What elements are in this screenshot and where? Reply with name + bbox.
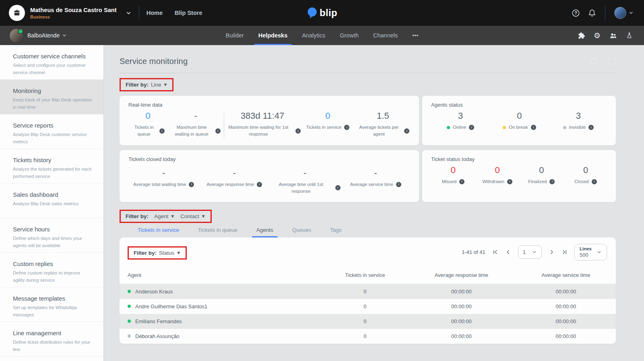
info-icon[interactable]: i xyxy=(592,179,597,184)
metric-average-tickets-per-agent: 1.5 Average tickets per agenti xyxy=(355,110,411,138)
account-switcher[interactable]: Matheus de Souza Castro Sant Business xyxy=(9,5,132,21)
info-icon[interactable]: i xyxy=(215,128,221,134)
info-icon[interactable]: i xyxy=(257,182,262,187)
sidebar-item-desc: Analyze the tickets generated for each p… xyxy=(13,166,93,180)
monitoring-tabs: Tickets in service Tickets in queue Agen… xyxy=(120,227,616,237)
sidebar-item-title: Sales dashboard xyxy=(13,191,93,198)
metric-label: Finalized xyxy=(528,178,547,185)
sidebar-item-desc: Define which days and times your agents … xyxy=(13,235,93,250)
tab-helpdesks[interactable]: Helpdesks xyxy=(251,26,295,45)
app-bar: BalboAtende Builder Helpdesks Analytics … xyxy=(0,26,644,45)
sidebar-item-service-reports[interactable]: Service reports Analyze Blip Desk custom… xyxy=(0,114,103,149)
metric-label: Closed xyxy=(574,178,589,185)
metric-label: Invisible xyxy=(569,124,586,131)
break-status-dot xyxy=(503,126,506,129)
nav-blip-store[interactable]: Blip Store xyxy=(175,10,202,16)
info-icon[interactable]: i xyxy=(549,179,555,184)
metric-value: - xyxy=(128,168,199,178)
help-icon[interactable]: ? xyxy=(572,9,580,17)
info-icon[interactable]: i xyxy=(396,182,401,187)
info-icon[interactable]: i xyxy=(295,128,301,134)
tab-tags[interactable]: Tags xyxy=(330,227,342,237)
notifications-bell-icon[interactable] xyxy=(588,9,596,17)
filter-by-line[interactable]: Filter by: Line▼ xyxy=(120,78,173,91)
tab-analytics[interactable]: Analytics xyxy=(295,26,332,45)
metric-label: Average service time xyxy=(350,181,393,188)
filter-status-dropdown[interactable]: Status▼ xyxy=(159,250,181,256)
info-icon[interactable]: i xyxy=(189,182,194,187)
first-page-button[interactable] xyxy=(492,249,498,255)
info-icon[interactable]: i xyxy=(469,125,474,130)
lines-per-page-select[interactable]: Lines 500 xyxy=(574,244,607,260)
lab-flask-icon[interactable] xyxy=(626,32,633,39)
avg-response-time-value: 00:00:00 xyxy=(407,329,516,344)
sidebar-item-message-templates[interactable]: Message templates Set up templates for W… xyxy=(0,287,103,322)
sidebar-item-line-management[interactable]: Line management Define ticket distributi… xyxy=(0,322,103,357)
page-select[interactable]: 1 xyxy=(518,245,542,259)
refresh-icon[interactable] xyxy=(589,58,597,66)
agent-status-dot xyxy=(128,305,131,308)
tab-more[interactable]: ••• xyxy=(405,26,425,45)
chevron-down-icon: ▼ xyxy=(176,251,181,255)
avg-response-time-value: 00:00:00 xyxy=(407,314,516,329)
sidebar-item-service-hours[interactable]: Service hours Define which days and time… xyxy=(0,218,103,253)
tab-tickets-in-queue[interactable]: Tickets in queue xyxy=(198,227,237,237)
sidebar-item-customer-service-channels[interactable]: Customer service channels Select and con… xyxy=(0,45,103,80)
next-page-button[interactable] xyxy=(549,249,555,255)
fullscreen-icon[interactable] xyxy=(608,58,616,66)
previous-page-button[interactable] xyxy=(505,249,511,255)
sidebar-item-sales-dashboard[interactable]: Sales dashboard Analyze Blip Desk sales … xyxy=(0,184,103,218)
tab-agents[interactable]: Agents xyxy=(256,227,273,237)
info-icon[interactable]: i xyxy=(344,125,349,130)
filter-contact-dropdown[interactable]: Contact▼ xyxy=(180,213,205,219)
appbar-actions: ⚙ xyxy=(578,32,633,39)
tab-builder[interactable]: Builder xyxy=(219,26,251,45)
card-title: Agents status xyxy=(431,102,608,108)
info-icon[interactable]: i xyxy=(404,128,409,134)
info-icon[interactable]: i xyxy=(335,185,341,190)
metric-avg-response-time: - Average response timei xyxy=(199,167,270,188)
column-tickets-in-service: Tickets in service xyxy=(323,266,407,284)
blip-balloon-icon xyxy=(307,7,318,19)
filter-agent-dropdown[interactable]: Agent▼ xyxy=(154,213,175,219)
tab-tickets-in-service[interactable]: Tickets in service xyxy=(138,227,179,237)
filter-by-agent-contact[interactable]: Filter by: Agent▼ Contact▼ xyxy=(120,210,212,223)
page-title: Service monitoring xyxy=(120,57,188,66)
metric-agents-on-break: 0 On breaki xyxy=(490,110,549,131)
sidebar-item-desc: Analyze Blip Desk sales metrics xyxy=(13,200,93,208)
last-page-button[interactable] xyxy=(561,249,568,255)
tab-queues[interactable]: Queues xyxy=(292,227,311,237)
filter-by-status[interactable]: Filter by: Status▼ xyxy=(128,246,187,260)
topbar-actions: ? xyxy=(572,6,634,20)
sidebar-item-tickets-history[interactable]: Tickets history Analyze the tickets gene… xyxy=(0,149,103,184)
column-agent: Agent xyxy=(120,266,323,284)
info-icon[interactable]: i xyxy=(459,179,464,184)
nav-home[interactable]: Home xyxy=(147,10,163,16)
metric-label: Average time until 1st response xyxy=(270,181,332,195)
metric-value: 0 xyxy=(128,111,167,121)
sidebar-item-custom-replies[interactable]: Custom replies Define custom replies to … xyxy=(0,253,103,287)
metric-value: 3 xyxy=(549,111,608,121)
tab-growth[interactable]: Growth xyxy=(332,26,366,45)
sidebar-item-title: Message templates xyxy=(13,295,93,302)
avg-response-time-value: 00:00:00 xyxy=(407,284,516,299)
bot-switcher[interactable]: BalboAtende xyxy=(10,29,67,42)
info-icon[interactable]: i xyxy=(531,125,536,130)
avg-service-time-value: 00:00:00 xyxy=(516,329,616,344)
info-icon[interactable]: i xyxy=(159,128,165,134)
info-icon[interactable]: i xyxy=(588,125,594,130)
agent-status-dot xyxy=(128,290,131,293)
info-icon[interactable]: i xyxy=(507,179,512,184)
settings-gear-icon[interactable]: ⚙ xyxy=(594,32,601,39)
metric-label: Average total waiting time xyxy=(133,181,186,188)
agent-name: Andre Guilherme Dias Santos1 xyxy=(135,303,207,309)
chevron-down-icon xyxy=(126,10,132,16)
user-menu[interactable] xyxy=(614,7,634,19)
metric-max-time-first-response: 383d 11:47 Maximum time waiting for 1st … xyxy=(224,110,301,138)
metric-value: 3 xyxy=(431,111,490,121)
tab-channels[interactable]: Channels xyxy=(366,26,405,45)
sidebar-item-monitoring[interactable]: Monitoring Keep track of your Blip Desk … xyxy=(0,80,103,114)
integrations-puzzle-icon[interactable] xyxy=(578,32,585,39)
filter-line-dropdown[interactable]: Line▼ xyxy=(151,82,167,88)
team-people-icon[interactable] xyxy=(609,32,617,39)
